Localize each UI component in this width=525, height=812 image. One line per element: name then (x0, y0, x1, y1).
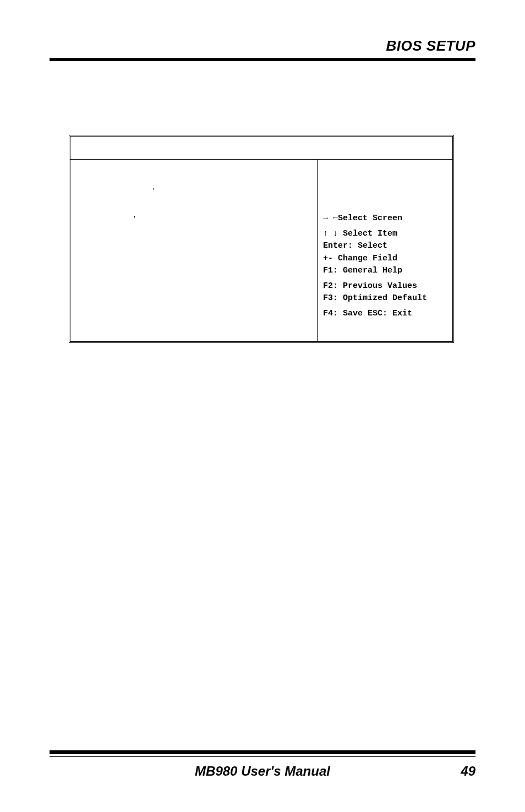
bios-help-pane: → ←Select Screen ↑ ↓ Select Item Enter: … (318, 160, 452, 341)
help-previous-values: F2: Previous Values (323, 280, 447, 293)
mark2: ' (134, 214, 135, 223)
footer-divider-thick (50, 750, 475, 754)
page-footer: MB980 User's Manual 49 (50, 764, 475, 779)
help-select-screen: → ←Select Screen (323, 212, 447, 225)
help-general-help: F1: General Help (323, 265, 447, 277)
bios-body: ' ' → ←Select Screen ↑ ↓ Select Item Ent… (70, 160, 452, 341)
help-save-exit: F4: Save ESC: Exit (323, 308, 447, 320)
bios-content-pane: ' ' (70, 160, 318, 341)
header-divider (50, 58, 475, 61)
help-select-item: ↑ ↓ Select Item (323, 228, 447, 241)
bios-tab-row (70, 137, 452, 160)
bios-panel: ' ' → ←Select Screen ↑ ↓ Select Item Ent… (69, 135, 454, 343)
page-header-title: BIOS SETUP (386, 37, 475, 55)
help-change-field: +- Change Field (323, 253, 447, 265)
help-optimized-default: F3: Optimized Default (323, 292, 447, 305)
footer-divider-thin (50, 756, 475, 757)
mark1: ' (153, 186, 155, 195)
footer-manual-title: MB980 User's Manual (195, 764, 330, 779)
footer-page-number: 49 (461, 764, 475, 779)
help-enter: Enter: Select (323, 240, 447, 253)
